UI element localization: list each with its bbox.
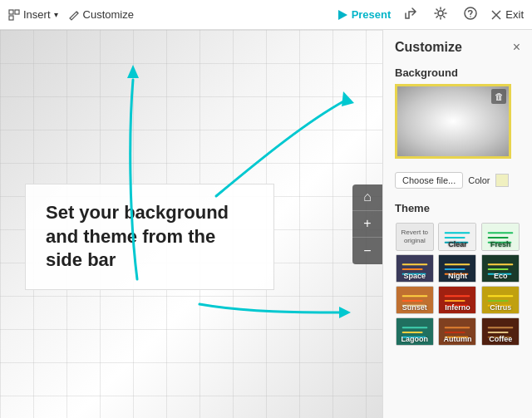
theme-label-lagoon: Lagoon [397,335,433,343]
theme-thumb-coffee: Coffee [481,317,520,346]
instruction-text: Set your background and theme from the s… [46,202,229,270]
insert-arrow: ▾ [54,10,58,19]
theme-thumb-night: Night [438,254,476,283]
present-button[interactable]: Present [337,8,392,21]
customize-icon [68,9,80,21]
sidebar-header: Customize × [383,30,532,61]
theme-item-autumn[interactable]: Autumn [438,317,478,346]
background-delete-button[interactable]: 🗑 [491,89,506,104]
share-icon [404,7,417,20]
sidebar: Customize × Background 🗑 Choose file... … [382,30,532,418]
theme-thumb-lagoon: Lagoon [396,317,434,346]
theme-label-autumn: Autumn [439,335,475,343]
share-button[interactable] [401,5,421,24]
background-preview-box: 🗑 [395,84,511,159]
theme-thumb-fresh: Fresh [481,223,520,251]
present-icon [337,9,348,21]
theme-item-night[interactable]: Night [438,254,478,283]
insert-icon [8,9,20,21]
theme-item-sunset[interactable]: Sunset [395,286,435,314]
svg-marker-4 [338,10,347,20]
theme-grid: Revert tooriginal Clear [383,219,532,354]
theme-item-coffee[interactable]: Coffee [480,317,520,346]
svg-point-7 [470,16,472,17]
theme-item-citrus[interactable]: Citrus [480,286,520,314]
canvas-area: Set your background and theme from the s… [0,30,382,418]
theme-revert[interactable]: Revert tooriginal [395,223,435,251]
theme-thumb-clear: Clear [438,223,476,251]
background-section-title: Background [383,61,532,84]
theme-label-sunset: Sunset [397,303,433,312]
help-icon [464,7,477,20]
present-label: Present [352,8,392,21]
help-button[interactable] [461,5,480,24]
sidebar-close-button[interactable]: × [513,40,520,55]
svg-rect-2 [9,16,13,20]
theme-section-title: Theme [383,197,532,219]
theme-thumb-inferno: Inferno [438,286,476,314]
svg-point-5 [438,11,443,16]
background-preview-area: 🗑 [383,84,532,167]
svg-rect-0 [9,10,13,14]
background-controls: Choose file... Color [383,167,532,197]
theme-label-clear: Clear [439,240,475,248]
exit-label: Exit [505,8,524,21]
toolbar: Insert ▾ Customize Present [0,0,532,30]
instruction-text-box: Set your background and theme from the s… [25,184,274,290]
main-area: Set your background and theme from the s… [0,30,532,418]
svg-rect-1 [15,10,19,14]
theme-thumb-citrus: Citrus [481,286,520,314]
theme-item-eco[interactable]: Eco [480,254,520,283]
insert-button[interactable]: Insert ▾ [8,8,58,21]
theme-item-fresh[interactable]: Fresh [480,223,520,251]
theme-item-clear[interactable]: Clear [438,223,478,251]
home-tool-button[interactable]: ⌂ [352,184,382,211]
theme-item-lagoon[interactable]: Lagoon [395,317,435,346]
zoom-in-button[interactable]: + [352,211,382,238]
svg-line-3 [76,12,78,13]
right-tools: ⌂ + − [352,184,382,264]
theme-label-inferno: Inferno [439,303,475,312]
customize-button[interactable]: Customize [68,8,134,21]
theme-item-inferno[interactable]: Inferno [438,286,478,314]
theme-thumb-space: Space [396,254,434,283]
close-icon [490,9,502,21]
color-label: Color [468,175,490,185]
zoom-out-button[interactable]: − [352,238,382,264]
settings-button[interactable] [431,5,451,24]
color-swatch[interactable] [495,174,509,187]
revert-box: Revert tooriginal [396,223,434,251]
revert-label: Revert tooriginal [401,229,428,244]
theme-label-night: Night [439,272,475,280]
theme-label-coffee: Coffee [482,335,519,343]
insert-label: Insert [23,8,51,21]
theme-label-fresh: Fresh [482,240,519,248]
theme-thumb-eco: Eco [481,254,520,283]
sidebar-title: Customize [395,40,462,55]
choose-file-button[interactable]: Choose file... [395,172,463,189]
customize-label: Customize [83,8,134,21]
gear-icon [434,7,447,20]
theme-thumb-sunset: Sunset [396,286,434,314]
theme-label-eco: Eco [482,272,519,280]
theme-label-citrus: Citrus [482,303,519,312]
theme-label-space: Space [397,272,433,280]
theme-thumb-autumn: Autumn [438,317,476,346]
theme-item-space[interactable]: Space [395,254,435,283]
exit-button[interactable]: Exit [490,8,524,21]
